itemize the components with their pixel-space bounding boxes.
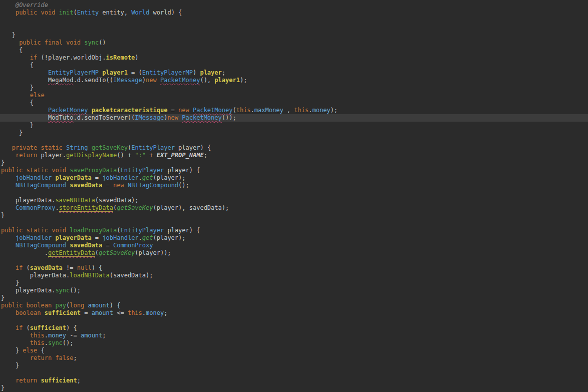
code-line[interactable] <box>0 317 588 324</box>
code-token: = <box>92 234 103 241</box>
code-line[interactable]: } else { <box>0 347 588 354</box>
code-line[interactable]: playerData.loadNBTData(savedData); <box>0 272 588 279</box>
code-token: isRemote <box>106 54 135 61</box>
code-line[interactable]: playerData.saveNBTData(savedData); <box>0 197 588 204</box>
code-line[interactable]: this.sync(); <box>0 339 588 347</box>
code-line[interactable]: public final void sync() <box>0 39 588 47</box>
code-token: ) <box>135 54 138 61</box>
code-line[interactable]: public static void loadProxyData(EntityP… <box>0 227 588 234</box>
code-token: money <box>312 107 330 114</box>
code-line[interactable] <box>0 17 588 24</box>
code-line[interactable]: PacketMoney packetcaracteristique = new … <box>0 107 588 114</box>
code-token: player. <box>37 152 66 159</box>
code-line[interactable]: EntityPlayerMP player1 = (EntityPlayerMP… <box>0 69 588 77</box>
code-line[interactable] <box>0 257 588 264</box>
code-line[interactable]: { <box>0 47 588 54</box>
code-token: . <box>45 332 48 339</box>
code-token: static <box>27 227 48 234</box>
code-token: PacketMoney <box>48 107 88 114</box>
code-editor[interactable]: @Override public void init(Entity entity… <box>0 0 588 392</box>
code-line[interactable]: if (!player.worldObj.isRemote) <box>0 54 588 62</box>
code-token: IMessage <box>113 77 142 84</box>
code-line[interactable] <box>0 137 588 144</box>
code-token: sufficient <box>41 377 77 384</box>
code-line[interactable]: CommonProxy.storeEntityData(getSaveKey(p… <box>0 204 588 212</box>
code-token: amount <box>92 309 113 316</box>
code-token: player <box>200 69 221 76</box>
code-token <box>1 242 16 249</box>
code-token: { <box>1 62 34 69</box>
code-line[interactable]: MegaMod.d.sendTo((IMessage)new PacketMon… <box>0 77 588 84</box>
code-line[interactable]: return player.getDisplayName() + ":" + E… <box>0 152 588 159</box>
code-line[interactable]: return false; <box>0 354 588 362</box>
code-line[interactable]: else <box>0 92 588 99</box>
code-line[interactable]: boolean sufficient = amount <= this.mone… <box>0 309 588 317</box>
code-token: boolean <box>27 302 52 309</box>
code-line[interactable]: jobHandler playerData = jobHandler.get(p… <box>0 174 588 182</box>
code-line[interactable]: NBTTagCompound savedData = new NBTTagCom… <box>0 182 588 189</box>
code-token: ; <box>77 377 81 384</box>
code-line[interactable]: private static String getSaveKey(EntityP… <box>0 144 588 152</box>
code-token: money <box>48 332 66 339</box>
code-line[interactable]: public void init(Entity entity, World wo… <box>0 9 588 17</box>
code-token: jobHandler <box>16 234 52 241</box>
code-line[interactable]: this.money -= amount; <box>0 332 588 339</box>
code-line[interactable]: @Override <box>0 2 588 9</box>
code-token: init <box>59 9 74 16</box>
code-token: ( <box>23 324 30 331</box>
code-token: this <box>236 107 251 114</box>
code-token: player) { <box>164 167 200 174</box>
code-line[interactable]: .getEntityData(getSaveKey(player)); <box>0 249 588 257</box>
code-line[interactable]: } <box>0 122 588 129</box>
code-line[interactable]: { <box>0 62 588 69</box>
code-line[interactable]: } <box>0 32 588 39</box>
code-line[interactable]: } <box>0 212 588 219</box>
code-line[interactable]: } <box>0 159 588 167</box>
code-token: { <box>37 347 44 354</box>
code-line[interactable] <box>0 189 588 197</box>
code-line[interactable] <box>0 24 588 32</box>
code-token: savedData <box>70 182 102 189</box>
code-token <box>1 107 48 114</box>
code-token <box>37 377 41 384</box>
code-token: getSaveKey <box>117 204 153 211</box>
code-line[interactable]: return sufficient; <box>0 377 588 384</box>
code-token: = <box>81 309 92 316</box>
code-line[interactable]: } <box>0 129 588 137</box>
code-token: = <box>167 107 178 114</box>
code-token: ); <box>331 107 338 114</box>
code-line[interactable]: if (savedData != null) { <box>0 264 588 272</box>
code-token: this <box>128 309 142 316</box>
code-line[interactable]: } <box>0 362 588 369</box>
code-token: new <box>113 182 124 189</box>
code-line[interactable]: public boolean pay(long amount) { <box>0 302 588 309</box>
code-line[interactable]: jobHandler playerData = jobHandler.get(p… <box>0 234 588 242</box>
code-line[interactable]: } <box>0 294 588 302</box>
code-token: () <box>99 39 106 46</box>
code-line[interactable] <box>0 219 588 227</box>
code-token: packetcaracteristique <box>92 107 168 114</box>
code-token: playerData. <box>1 272 70 279</box>
code-token: .d.sendTo(( <box>74 77 113 84</box>
code-token <box>88 144 91 151</box>
code-token: sufficient <box>30 324 66 331</box>
code-token: jobHandler <box>16 174 52 181</box>
code-token: <= <box>113 309 128 316</box>
code-line[interactable]: playerData.sync(); <box>0 287 588 294</box>
code-token: IMessage <box>135 114 164 121</box>
code-token: playerData <box>55 234 91 241</box>
code-token: sync <box>84 39 99 46</box>
code-token: } <box>1 32 16 39</box>
code-line[interactable]: } <box>0 384 588 392</box>
code-token: Entity <box>77 9 99 16</box>
code-line[interactable]: { <box>0 99 588 107</box>
code-line[interactable] <box>0 369 588 377</box>
code-line[interactable]: } <box>0 84 588 92</box>
code-line[interactable]: if (sufficient) { <box>0 324 588 332</box>
code-line[interactable]: } <box>0 279 588 287</box>
code-line[interactable]: public static void saveProxyData(EntityP… <box>0 167 588 174</box>
code-token <box>1 354 30 361</box>
code-line-active[interactable]: ModTuto.d.sendToServer((IMessage)new Pac… <box>0 114 588 122</box>
code-token: this <box>30 339 45 346</box>
code-line[interactable]: NBTTagCompound savedData = CommonProxy <box>0 242 588 249</box>
